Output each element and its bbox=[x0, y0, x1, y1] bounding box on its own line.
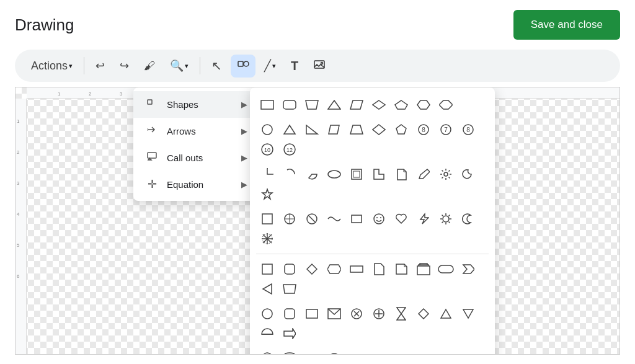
ruler-v-mark-2: 2 bbox=[17, 149, 19, 155]
textbox-button[interactable]: T bbox=[285, 55, 304, 77]
shape-square2[interactable] bbox=[256, 209, 278, 229]
shape-parallelogram2[interactable] bbox=[323, 120, 345, 140]
shape-doc[interactable] bbox=[390, 164, 412, 184]
shape-triangle2[interactable] bbox=[435, 304, 457, 324]
redo-button[interactable]: ↪ bbox=[113, 55, 135, 76]
shapes-menu-icon bbox=[146, 97, 158, 112]
image-icon bbox=[313, 58, 326, 74]
shape-num-10[interactable]: 10 bbox=[256, 140, 278, 159]
shape-arrow-right[interactable] bbox=[278, 324, 301, 344]
svg-point-30 bbox=[374, 214, 384, 224]
line-button[interactable]: ╱ ▾ bbox=[258, 55, 282, 76]
shape-trapezoid2[interactable] bbox=[345, 120, 368, 140]
shape-stack[interactable] bbox=[412, 259, 435, 279]
actions-button[interactable]: Actions ▾ bbox=[25, 56, 79, 76]
svg-rect-4 bbox=[148, 100, 152, 104]
shape-triangle-up[interactable] bbox=[323, 95, 345, 115]
shape-pencil[interactable] bbox=[412, 164, 435, 184]
shape-circle[interactable] bbox=[256, 120, 278, 140]
svg-rect-7 bbox=[283, 100, 296, 109]
shape-arc[interactable] bbox=[278, 164, 301, 184]
shape-rounded2[interactable] bbox=[278, 304, 301, 324]
shape-moon[interactable] bbox=[457, 164, 479, 184]
shape-num-7[interactable]: 7 bbox=[435, 120, 457, 140]
shapes-row-4 bbox=[256, 209, 489, 249]
shape-chevron-right[interactable] bbox=[457, 259, 479, 279]
shape-diamond[interactable] bbox=[368, 120, 390, 140]
shape-right-triangle[interactable] bbox=[301, 120, 323, 140]
shape-num-12[interactable]: 12 bbox=[278, 140, 301, 159]
shape-rect4[interactable] bbox=[301, 304, 323, 324]
shape-octagon[interactable] bbox=[435, 95, 457, 115]
shape-diamond2[interactable] bbox=[412, 304, 435, 324]
image-button[interactable] bbox=[307, 55, 332, 78]
save-close-button[interactable]: Save and close bbox=[513, 10, 620, 40]
shape-pentagon2[interactable] bbox=[390, 120, 412, 140]
shape-oval[interactable] bbox=[323, 164, 345, 184]
menu-item-callouts[interactable]: Call outs ▶ bbox=[133, 144, 257, 171]
shape-smiley[interactable] bbox=[368, 209, 390, 229]
shape-rect-sm[interactable] bbox=[345, 259, 368, 279]
shape-num-8b[interactable]: 8 bbox=[457, 120, 479, 140]
shape-cylinder[interactable] bbox=[278, 348, 301, 355]
shape-triangle[interactable] bbox=[278, 120, 301, 140]
shape-pill[interactable] bbox=[435, 259, 457, 279]
shape-cross-circle[interactable] bbox=[345, 304, 368, 324]
shape-rounded-sm[interactable] bbox=[278, 259, 301, 279]
shape-triangle-down[interactable] bbox=[457, 304, 479, 324]
shape-l-shape[interactable] bbox=[368, 164, 390, 184]
shape-gear[interactable] bbox=[435, 164, 457, 184]
menu-item-arrows[interactable]: Arrows ▶ bbox=[133, 118, 257, 144]
shape-sq-sm[interactable] bbox=[256, 259, 278, 279]
shape-trapezoid[interactable] bbox=[301, 95, 323, 115]
shape-crescent[interactable] bbox=[457, 209, 479, 229]
shape-trapezoid3[interactable] bbox=[278, 279, 301, 299]
undo-button[interactable]: ↩ bbox=[89, 55, 111, 76]
shape-rect3[interactable] bbox=[345, 209, 368, 229]
svg-text:8: 8 bbox=[422, 127, 425, 133]
svg-rect-6 bbox=[261, 100, 273, 109]
shape-plus-circle[interactable] bbox=[368, 304, 390, 324]
shape-pentagon[interactable] bbox=[390, 95, 412, 115]
shapes-row-2: 8 7 8 10 12 bbox=[256, 120, 489, 159]
shape-partial-circle[interactable] bbox=[301, 164, 323, 184]
shapes-row-3 bbox=[256, 164, 489, 204]
shape-star[interactable] bbox=[256, 184, 278, 204]
svg-rect-40 bbox=[285, 264, 295, 274]
paint-format-button[interactable]: 🖌 bbox=[138, 56, 161, 76]
select-button[interactable]: ↖ bbox=[205, 55, 228, 77]
shape-burst[interactable] bbox=[435, 209, 457, 229]
shape-circle2[interactable] bbox=[256, 304, 278, 324]
menu-item-shapes[interactable]: Shapes ▶ bbox=[133, 91, 257, 118]
shape-circle3[interactable] bbox=[323, 348, 345, 355]
shape-rectangle[interactable] bbox=[256, 95, 278, 115]
shape-wavy[interactable] bbox=[323, 209, 345, 229]
shape-prohibited[interactable] bbox=[301, 209, 323, 229]
zoom-button[interactable]: 🔍 ▾ bbox=[164, 55, 195, 76]
shape-triangle-left[interactable] bbox=[256, 279, 278, 299]
canvas-area[interactable]: 1 2 3 4 5 6 1 2 3 4 5 6 Shapes ▶ bbox=[15, 87, 620, 355]
shape-rounded-rect[interactable] bbox=[278, 95, 301, 115]
shape-rhombus[interactable] bbox=[368, 95, 390, 115]
shape-num-8[interactable]: 8 bbox=[412, 120, 435, 140]
shapes-button[interactable] bbox=[231, 55, 255, 78]
shape-rhombus-sm[interactable] bbox=[323, 259, 345, 279]
shape-diamond-sm[interactable] bbox=[301, 259, 323, 279]
shape-partial-circle2[interactable] bbox=[256, 348, 278, 355]
ruler-h-mark-3: 3 bbox=[120, 91, 122, 97]
shape-lightning[interactable] bbox=[412, 209, 435, 229]
shape-circle-sym[interactable] bbox=[278, 209, 301, 229]
shape-pie[interactable] bbox=[256, 164, 278, 184]
shape-hexagon[interactable] bbox=[412, 95, 435, 115]
shape-heart[interactable] bbox=[390, 209, 412, 229]
shape-hourglass[interactable] bbox=[390, 304, 412, 324]
menu-item-equation[interactable]: ✛ Equation ▶ bbox=[133, 171, 257, 197]
shape-frame[interactable] bbox=[345, 164, 368, 184]
shape-parallelogram[interactable] bbox=[345, 95, 368, 115]
shape-doc3[interactable] bbox=[390, 259, 412, 279]
shape-half-circle2[interactable] bbox=[301, 348, 323, 355]
shape-half-circle[interactable] bbox=[256, 324, 278, 344]
shape-doc2[interactable] bbox=[368, 259, 390, 279]
shape-envelope[interactable] bbox=[323, 304, 345, 324]
shape-snowflake[interactable] bbox=[256, 229, 278, 249]
